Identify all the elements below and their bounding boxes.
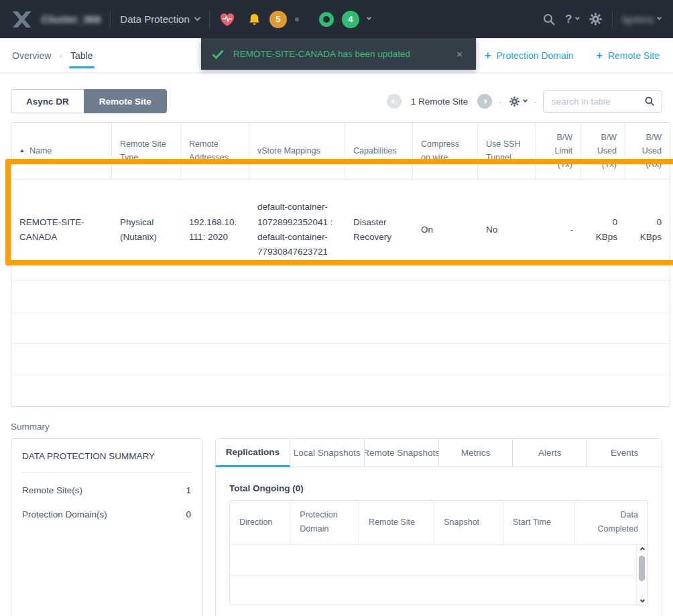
summary-card-title: DATA PROTECTION SUMMARY	[22, 451, 191, 473]
chevron-right-icon	[483, 99, 487, 103]
detail-panel: Replications Local Snapshots Remote Snap…	[215, 438, 662, 616]
column-header-remote-site-type[interactable]: Remote Site Type	[112, 123, 181, 179]
column-header-name[interactable]: ▲ Name	[11, 123, 112, 179]
pagination-prev-button[interactable]	[387, 94, 402, 109]
separator-dot	[295, 17, 299, 21]
settings-gear-icon[interactable]	[589, 12, 603, 26]
table-row[interactable]: REMOTE-SITE-CANADA Physical (Nutanix) 19…	[11, 179, 670, 280]
toast-message: REMOTE-SITE-CANADA has been updated	[233, 49, 444, 59]
tab-metrics[interactable]: Metrics	[439, 439, 513, 467]
separator-dot: ·	[499, 97, 501, 107]
toggle-remote-site[interactable]: Remote Site	[84, 89, 167, 113]
health-heart-icon[interactable]	[219, 12, 235, 27]
scrollbar-thumb[interactable]	[639, 556, 645, 581]
search-icon[interactable]	[644, 96, 655, 107]
ongoing-table-body	[230, 544, 648, 605]
column-header-snapshot[interactable]: Snapshot	[434, 501, 503, 544]
empty-table-row	[11, 312, 670, 343]
add-remote-site-label: Remote Site	[608, 50, 660, 61]
column-header-vstore-mappings[interactable]: vStore Mappings	[249, 123, 345, 179]
column-header-protection-domain[interactable]: Protection Domain	[290, 501, 359, 544]
search-icon[interactable]	[542, 13, 556, 26]
cell-use-ssh-tunnel: No	[478, 180, 536, 280]
tab-events[interactable]: Events	[587, 439, 662, 467]
cell-compress-on-wire: On	[413, 180, 478, 280]
stat-value: 0	[186, 509, 191, 519]
cell-name[interactable]: REMOTE-SITE-CANADA	[11, 180, 112, 280]
column-header-use-ssh-tunnel[interactable]: Use SSH Tunnel	[478, 123, 536, 179]
tab-remote-snapshots[interactable]: Remote Snapshots	[365, 439, 439, 467]
toggle-async-dr[interactable]: Async DR	[11, 89, 84, 113]
table-search	[543, 90, 662, 113]
chevron-left-icon	[391, 99, 396, 103]
topbar-divider	[209, 11, 210, 28]
column-header-data-completed[interactable]: Data Completed	[574, 501, 648, 544]
table-settings-dropdown[interactable]	[509, 96, 527, 107]
events-count-badge[interactable]: 4	[342, 11, 359, 28]
ongoing-table-header: Direction Protection Domain Remote Site …	[230, 501, 648, 544]
scroll-up-icon[interactable]	[639, 546, 644, 551]
summary-stat-remote-sites: Remote Site(s) 1	[22, 477, 191, 497]
chevron-down-icon[interactable]	[367, 15, 371, 20]
column-header-capabilities[interactable]: Capabilities	[345, 123, 413, 179]
help-icon: ?	[565, 13, 572, 26]
cluster-name[interactable]: Cluster_368	[42, 13, 101, 25]
column-header-direction[interactable]: Direction	[230, 501, 290, 544]
detail-tabs: Replications Local Snapshots Remote Snap…	[216, 439, 662, 467]
nav-menu-data-protection[interactable]: Data Protection	[120, 13, 199, 25]
chevron-down-icon	[575, 15, 580, 20]
add-remote-site-button[interactable]: + Remote Site	[597, 50, 660, 62]
replications-tab-content: Total Ongoing (0) Direction Protection D…	[216, 467, 662, 616]
cell-bw-limit-tx: -	[536, 180, 581, 280]
toast-close-icon[interactable]: ×	[454, 48, 465, 60]
top-navigation-bar: Cluster_368 Data Protection 5 4 ?	[0, 0, 673, 38]
column-header-remote-site[interactable]: Remote Site	[359, 501, 434, 544]
user-menu[interactable]: tgstera	[622, 14, 661, 25]
remote-sites-table: ▲ Name Remote Site Type Remote Addresses…	[11, 122, 670, 407]
cell-capabilities: Disaster Recovery	[345, 180, 413, 280]
column-header-bw-used-rx[interactable]: B/W Used (Rx)	[625, 123, 670, 179]
column-header-bw-limit-tx[interactable]: B/W Limit (Tx)	[536, 123, 581, 179]
column-header-start-time[interactable]: Start Time	[503, 501, 574, 544]
add-protection-domain-label: Protection Domain	[496, 50, 573, 61]
tab-alerts[interactable]: Alerts	[513, 439, 587, 467]
column-header-compress-on-wire[interactable]: Compress on wire	[413, 123, 478, 179]
chevron-down-icon	[194, 15, 200, 21]
total-ongoing-title: Total Ongoing (0)	[229, 483, 648, 493]
summary-section: DATA PROTECTION SUMMARY Remote Site(s) 1…	[0, 438, 673, 616]
cell-bw-used-rx: 0 KBps	[625, 180, 670, 280]
alerts-bell-icon[interactable]	[247, 12, 261, 27]
cell-vstore-mappings: default-container-10728992352041 : defau…	[249, 180, 345, 280]
column-header-remote-addresses[interactable]: Remote Addresses	[181, 123, 249, 179]
tab-separator-dot: ·	[59, 50, 62, 61]
events-ring-icon[interactable]	[319, 12, 334, 27]
tab-local-snapshots[interactable]: Local Snapshots	[290, 439, 365, 467]
help-menu[interactable]: ?	[565, 13, 579, 26]
view-toggle-group: Async DR Remote Site	[11, 89, 167, 113]
summary-section-label: Summary	[11, 422, 662, 432]
cell-bw-used-tx: 0 KBps	[581, 180, 625, 280]
data-protection-summary-card: DATA PROTECTION SUMMARY Remote Site(s) 1…	[11, 438, 202, 616]
pagination-next-button[interactable]	[477, 94, 492, 109]
row-count-label: 1 Remote Site	[408, 97, 471, 107]
table-toolbar: Async DR Remote Site 1 Remote Site · ·	[11, 89, 662, 113]
stat-value: 1	[186, 485, 191, 495]
tab-replications[interactable]: Replications	[216, 439, 290, 467]
tab-overview[interactable]: Overview	[11, 40, 52, 72]
column-header-bw-used-tx[interactable]: B/W Used (Tx)	[581, 123, 625, 179]
alerts-count-badge[interactable]: 5	[269, 11, 287, 28]
stat-label: Remote Site(s)	[22, 485, 186, 495]
nutanix-logo-icon[interactable]	[12, 11, 32, 28]
remote-sites-table-header: ▲ Name Remote Site Type Remote Addresses…	[11, 123, 670, 179]
search-input[interactable]	[550, 96, 639, 107]
tab-table[interactable]: Table	[69, 40, 94, 72]
ongoing-replications-table: Direction Protection Domain Remote Site …	[229, 500, 648, 605]
plus-icon: +	[597, 50, 603, 62]
topbar-divider	[110, 11, 111, 28]
cell-remote-addresses: 192.168.10.111: 2020	[181, 180, 249, 280]
scroll-down-icon[interactable]	[639, 597, 644, 602]
chevron-down-icon	[657, 15, 662, 20]
empty-row-divider	[230, 575, 636, 576]
topbar-divider	[612, 11, 613, 28]
add-protection-domain-button[interactable]: + Protection Domain	[485, 50, 574, 62]
